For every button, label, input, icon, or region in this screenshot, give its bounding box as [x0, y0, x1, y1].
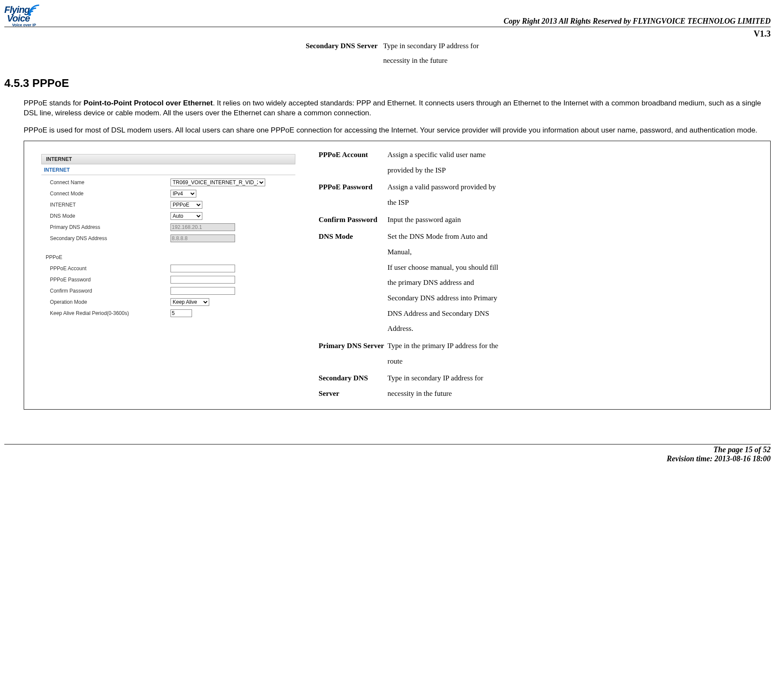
logo: Flying Voice Voice over IP	[4, 4, 39, 28]
logo-subtext: Voice over IP	[12, 23, 36, 27]
footer-rule	[4, 444, 771, 444]
panel-title-bar: INTERNET	[41, 154, 295, 164]
para1-bold: Point-to-Point Protocol over Ethernet	[84, 99, 213, 107]
row-primary-dns: Primary DNS Address	[41, 222, 295, 233]
section-para-1: PPPoE stands for Point-to-Point Protocol…	[24, 99, 771, 118]
row-pppoe-section: PPPoE	[41, 252, 295, 263]
header-version: V1.3	[4, 29, 771, 39]
param-desc: Set the DNS Mode from Auto and Manual, I…	[387, 229, 499, 336]
label-confirm-password: Confirm Password	[50, 288, 170, 294]
label-internet: INTERNET	[50, 202, 170, 208]
row-internet: INTERNET PPPoE	[41, 199, 295, 210]
footer: The page 15 of 52 Revision time: 2013-08…	[4, 445, 771, 463]
row-keep-alive: Keep Alive Redial Period(0-3600s)	[41, 308, 295, 319]
header-copyright: Copy Right 2013 All Rights Reserved by F…	[4, 17, 771, 26]
param-label: DNS Mode	[319, 229, 387, 336]
top-note: Secondary DNS Server Type in secondary I…	[306, 39, 771, 68]
dns-mode-select[interactable]: Auto	[170, 212, 202, 220]
connect-mode-select[interactable]: IPv4	[170, 190, 196, 197]
label-secondary-dns: Secondary DNS Address	[50, 235, 170, 241]
panel-sub-header: INTERNET	[41, 164, 295, 175]
row-secondary-dns: Secondary DNS Address	[41, 233, 295, 244]
parameter-descriptions: PPPoE Account Assign a specific valid us…	[313, 141, 770, 409]
label-operation-mode: Operation Mode	[50, 299, 170, 305]
param-desc: Assign a valid password provided by the …	[387, 179, 499, 210]
label-pppoe-password: PPPoE Password	[50, 277, 170, 283]
row-operation-mode: Operation Mode Keep Alive	[41, 296, 295, 308]
param-row: PPPoE Password Assign a valid password p…	[319, 179, 766, 210]
label-dns-mode: DNS Mode	[50, 213, 170, 219]
param-label: Confirm Password	[319, 212, 387, 228]
keep-alive-input[interactable]	[170, 309, 192, 317]
param-label: Primary DNS Server	[319, 338, 387, 369]
secondary-dns-input[interactable]	[170, 235, 235, 242]
label-connect-name: Connect Name	[50, 179, 170, 185]
main-content-box: INTERNET INTERNET Connect Name TR069_VOI…	[24, 141, 771, 410]
internet-panel: INTERNET INTERNET Connect Name TR069_VOI…	[41, 154, 295, 320]
row-confirm-password: Confirm Password	[41, 285, 295, 296]
row-connect-name: Connect Name TR069_VOICE_INTERNET_R_VID_…	[41, 177, 295, 188]
param-row: DNS Mode Set the DNS Mode from Auto and …	[319, 229, 766, 336]
param-row: PPPoE Account Assign a specific valid us…	[319, 147, 766, 178]
section-para-2: PPPoE is used for most of DSL modem user…	[24, 126, 771, 136]
pppoe-password-input[interactable]	[170, 276, 235, 284]
internet-select[interactable]: PPPoE	[170, 201, 202, 209]
para1-lead: PPPoE stands for	[24, 99, 84, 107]
row-pppoe-account: PPPoE Account	[41, 263, 295, 274]
label-connect-mode: Connect Mode	[50, 191, 170, 197]
primary-dns-input[interactable]	[170, 223, 235, 231]
row-connect-mode: Connect Mode IPv4	[41, 188, 295, 199]
connect-name-select[interactable]: TR069_VOICE_INTERNET_R_VID_2	[170, 179, 265, 186]
param-row: Secondary DNS Server Type in secondary I…	[319, 370, 766, 401]
form-area: Connect Name TR069_VOICE_INTERNET_R_VID_…	[41, 175, 295, 320]
footer-page: The page 15 of 52	[4, 445, 771, 454]
row-dns-mode: DNS Mode Auto	[41, 210, 295, 222]
param-label: Secondary DNS Server	[319, 370, 387, 401]
param-desc: Input the password again	[387, 212, 461, 228]
label-pppoe-account: PPPoE Account	[50, 265, 170, 272]
param-row: Confirm Password Input the password agai…	[319, 212, 766, 228]
header-rule	[4, 27, 771, 27]
wifi-wave-icon	[28, 4, 40, 16]
row-pppoe-password: PPPoE Password	[41, 274, 295, 285]
svg-point-0	[28, 13, 31, 16]
top-note-desc: Type in secondary IP address for necessi…	[383, 39, 504, 68]
confirm-password-input[interactable]	[170, 287, 235, 295]
param-desc: Type in secondary IP address for necessi…	[387, 370, 499, 401]
param-desc: Assign a specific valid user name provid…	[387, 147, 499, 178]
param-row: Primary DNS Server Type in the primary I…	[319, 338, 766, 369]
section-heading: 4.5.3 PPPoE	[4, 77, 771, 90]
top-note-label: Secondary DNS Server	[306, 39, 383, 68]
label-pppoe-section: PPPoE	[46, 254, 62, 260]
param-desc: Type in the primary IP address for the r…	[387, 338, 499, 369]
pppoe-account-input[interactable]	[170, 265, 235, 272]
param-label: PPPoE Password	[319, 179, 387, 210]
param-label: PPPoE Account	[319, 147, 387, 178]
label-primary-dns: Primary DNS Address	[50, 224, 170, 230]
ui-screenshot-area: INTERNET INTERNET Connect Name TR069_VOI…	[24, 141, 313, 409]
footer-revision: Revision time: 2013-08-16 18:00	[4, 454, 771, 463]
operation-mode-select[interactable]: Keep Alive	[170, 298, 209, 306]
label-keep-alive: Keep Alive Redial Period(0-3600s)	[50, 310, 170, 316]
